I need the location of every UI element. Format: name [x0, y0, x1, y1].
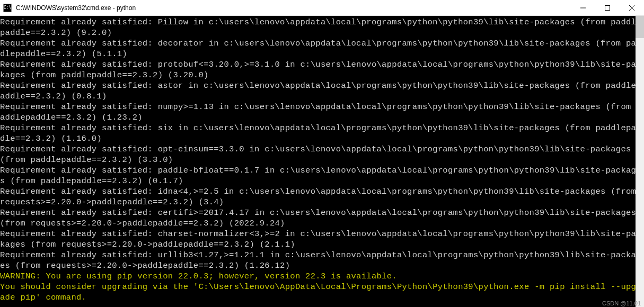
minimize-button[interactable] [571, 0, 595, 16]
maximize-button[interactable] [595, 0, 620, 16]
scrollbar-thumb[interactable] [636, 16, 644, 38]
terminal-line: Requirement already satisfied: opt-einsu… [0, 144, 644, 165]
terminal-line: Requirement already satisfied: Pillow in… [0, 17, 644, 38]
cmd-icon: C:\ [3, 4, 12, 12]
terminal-line: Requirement already satisfied: certifi>=… [0, 207, 644, 229]
terminal-line: Requirement already satisfied: numpy>=1.… [0, 102, 644, 123]
terminal-line: You should consider upgrading via the 'C… [0, 282, 644, 303]
terminal-line: Requirement already satisfied: idna<4,>=… [0, 186, 644, 207]
window-title: C:\WINDOWS\system32\cmd.exe - python [15, 4, 571, 12]
terminal-line: Requirement already satisfied: six in c:… [0, 123, 644, 144]
terminal-line: Requirement already satisfied: protobuf<… [0, 59, 644, 80]
terminal-line: WARNING: You are using pip version 22.0.… [0, 271, 644, 282]
svg-rect-1 [605, 5, 610, 10]
scrollbar-track[interactable] [636, 16, 644, 307]
title-bar: C:\ C:\WINDOWS\system32\cmd.exe - python [0, 0, 644, 16]
window-controls [571, 0, 644, 16]
terminal-output[interactable]: Requirement already satisfied: Pillow in… [0, 16, 644, 307]
terminal-line: Requirement already satisfied: paddle-bf… [0, 165, 644, 186]
close-button[interactable] [620, 0, 644, 16]
terminal-line: Requirement already satisfied: charset-n… [0, 229, 644, 250]
terminal-line: Requirement already satisfied: urllib3<1… [0, 250, 644, 271]
terminal-line: Requirement already satisfied: astor in … [0, 80, 644, 102]
watermark: CSDN @11.01 [602, 300, 641, 306]
cmd-icon-text: C:\ [4, 5, 11, 10]
terminal-line: Requirement already satisfied: decorator… [0, 38, 644, 59]
